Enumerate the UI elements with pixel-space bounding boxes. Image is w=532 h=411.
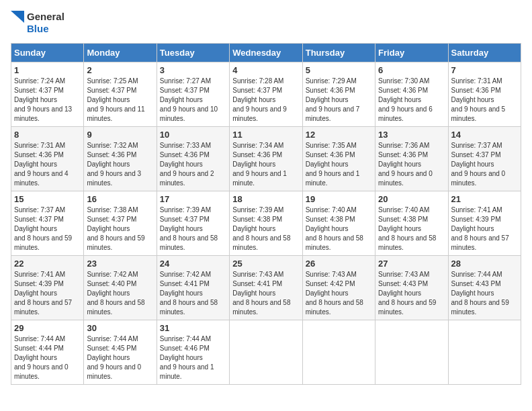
calendar-cell: 31 Sunrise: 7:44 AMSunset: 4:46 PMDaylig… — [157, 320, 229, 385]
day-detail: Sunrise: 7:28 AMSunset: 4:37 PMDaylight … — [232, 77, 287, 122]
calendar-body: 1 Sunrise: 7:24 AMSunset: 4:37 PMDayligh… — [11, 62, 521, 385]
calendar-week-row: 29 Sunrise: 7:44 AMSunset: 4:44 PMDaylig… — [11, 320, 521, 385]
calendar-table: SundayMondayTuesdayWednesdayThursdayFrid… — [11, 43, 521, 385]
calendar-cell: 11 Sunrise: 7:34 AMSunset: 4:36 PMDaylig… — [230, 127, 302, 191]
logo-triangle-icon — [11, 11, 24, 35]
calendar-day-header: Wednesday — [230, 44, 302, 62]
calendar-day-header: Saturday — [448, 44, 521, 62]
day-detail: Sunrise: 7:44 AMSunset: 4:45 PMDaylight … — [87, 335, 141, 380]
header: General Blue — [11, 11, 521, 35]
day-detail: Sunrise: 7:38 AMSunset: 4:37 PMDaylight … — [87, 206, 144, 251]
day-detail: Sunrise: 7:39 AMSunset: 4:37 PMDaylight … — [160, 206, 218, 251]
day-number: 11 — [232, 130, 299, 140]
calendar-cell: 24 Sunrise: 7:42 AMSunset: 4:41 PMDaylig… — [157, 256, 229, 320]
calendar-cell — [375, 320, 448, 385]
calendar-week-row: 22 Sunrise: 7:41 AMSunset: 4:39 PMDaylig… — [11, 256, 521, 320]
calendar-cell: 18 Sunrise: 7:39 AMSunset: 4:38 PMDaylig… — [230, 191, 302, 256]
day-detail: Sunrise: 7:43 AMSunset: 4:42 PMDaylight … — [306, 271, 363, 316]
calendar-cell: 9 Sunrise: 7:32 AMSunset: 4:36 PMDayligh… — [84, 127, 157, 191]
calendar-cell: 10 Sunrise: 7:33 AMSunset: 4:36 PMDaylig… — [157, 127, 229, 191]
calendar-cell: 28 Sunrise: 7:44 AMSunset: 4:43 PMDaylig… — [448, 256, 521, 320]
day-detail: Sunrise: 7:24 AMSunset: 4:37 PMDaylight … — [14, 77, 72, 122]
day-detail: Sunrise: 7:29 AMSunset: 4:36 PMDaylight … — [306, 77, 360, 122]
day-number: 29 — [14, 323, 81, 333]
calendar-header-row: SundayMondayTuesdayWednesdayThursdayFrid… — [11, 44, 521, 62]
day-detail: Sunrise: 7:25 AMSunset: 4:37 PMDaylight … — [87, 77, 144, 122]
calendar-cell: 1 Sunrise: 7:24 AMSunset: 4:37 PMDayligh… — [11, 62, 84, 127]
day-number: 17 — [160, 194, 226, 204]
day-detail: Sunrise: 7:43 AMSunset: 4:41 PMDaylight … — [232, 271, 290, 316]
day-detail: Sunrise: 7:44 AMSunset: 4:43 PMDaylight … — [451, 271, 509, 316]
day-detail: Sunrise: 7:41 AMSunset: 4:39 PMDaylight … — [451, 206, 509, 251]
calendar-cell: 3 Sunrise: 7:27 AMSunset: 4:37 PMDayligh… — [157, 62, 229, 127]
day-detail: Sunrise: 7:44 AMSunset: 4:46 PMDaylight … — [160, 335, 214, 380]
day-number: 9 — [87, 130, 153, 140]
calendar-cell: 19 Sunrise: 7:40 AMSunset: 4:38 PMDaylig… — [302, 191, 375, 256]
day-number: 21 — [451, 194, 518, 204]
day-number: 20 — [378, 194, 445, 204]
calendar-cell: 5 Sunrise: 7:29 AMSunset: 4:36 PMDayligh… — [302, 62, 375, 127]
calendar-cell: 6 Sunrise: 7:30 AMSunset: 4:36 PMDayligh… — [375, 62, 448, 127]
day-detail: Sunrise: 7:35 AMSunset: 4:36 PMDaylight … — [306, 142, 360, 187]
day-detail: Sunrise: 7:30 AMSunset: 4:36 PMDaylight … — [378, 77, 433, 122]
calendar-cell — [302, 320, 375, 385]
day-number: 7 — [451, 65, 518, 75]
calendar-cell: 7 Sunrise: 7:31 AMSunset: 4:36 PMDayligh… — [448, 62, 521, 127]
calendar-cell: 12 Sunrise: 7:35 AMSunset: 4:36 PMDaylig… — [302, 127, 375, 191]
day-detail: Sunrise: 7:37 AMSunset: 4:37 PMDaylight … — [451, 142, 506, 187]
calendar-cell: 17 Sunrise: 7:39 AMSunset: 4:37 PMDaylig… — [157, 191, 229, 256]
calendar-week-row: 15 Sunrise: 7:37 AMSunset: 4:37 PMDaylig… — [11, 191, 521, 256]
day-number: 5 — [306, 65, 372, 75]
calendar-day-header: Friday — [375, 44, 448, 62]
day-detail: Sunrise: 7:31 AMSunset: 4:36 PMDaylight … — [451, 77, 506, 122]
day-number: 25 — [232, 259, 299, 269]
day-number: 30 — [87, 323, 153, 333]
day-number: 27 — [378, 259, 445, 269]
calendar-cell: 29 Sunrise: 7:44 AMSunset: 4:44 PMDaylig… — [11, 320, 84, 385]
logo-blue-text: Blue — [27, 23, 49, 34]
calendar-week-row: 1 Sunrise: 7:24 AMSunset: 4:37 PMDayligh… — [11, 62, 521, 127]
day-number: 14 — [451, 130, 518, 140]
day-number: 26 — [306, 259, 372, 269]
day-number: 4 — [232, 65, 299, 75]
calendar-cell: 15 Sunrise: 7:37 AMSunset: 4:37 PMDaylig… — [11, 191, 84, 256]
calendar-cell: 25 Sunrise: 7:43 AMSunset: 4:41 PMDaylig… — [230, 256, 302, 320]
day-detail: Sunrise: 7:33 AMSunset: 4:36 PMDaylight … — [160, 142, 214, 187]
day-number: 12 — [306, 130, 372, 140]
day-number: 31 — [160, 323, 226, 333]
calendar-cell: 21 Sunrise: 7:41 AMSunset: 4:39 PMDaylig… — [448, 191, 521, 256]
day-detail: Sunrise: 7:36 AMSunset: 4:36 PMDaylight … — [378, 142, 433, 187]
day-detail: Sunrise: 7:40 AMSunset: 4:38 PMDaylight … — [306, 206, 363, 251]
day-detail: Sunrise: 7:37 AMSunset: 4:37 PMDaylight … — [14, 206, 72, 251]
day-detail: Sunrise: 7:43 AMSunset: 4:43 PMDaylight … — [378, 271, 436, 316]
day-number: 3 — [160, 65, 226, 75]
day-detail: Sunrise: 7:41 AMSunset: 4:39 PMDaylight … — [14, 271, 72, 316]
calendar-cell: 14 Sunrise: 7:37 AMSunset: 4:37 PMDaylig… — [448, 127, 521, 191]
calendar-cell: 16 Sunrise: 7:38 AMSunset: 4:37 PMDaylig… — [84, 191, 157, 256]
day-detail: Sunrise: 7:44 AMSunset: 4:44 PMDaylight … — [14, 335, 69, 380]
calendar-cell: 13 Sunrise: 7:36 AMSunset: 4:36 PMDaylig… — [375, 127, 448, 191]
calendar-cell: 20 Sunrise: 7:40 AMSunset: 4:38 PMDaylig… — [375, 191, 448, 256]
day-number: 8 — [14, 130, 81, 140]
calendar-cell — [230, 320, 302, 385]
calendar-cell: 4 Sunrise: 7:28 AMSunset: 4:37 PMDayligh… — [230, 62, 302, 127]
day-number: 6 — [378, 65, 445, 75]
calendar-cell: 22 Sunrise: 7:41 AMSunset: 4:39 PMDaylig… — [11, 256, 84, 320]
calendar-cell: 8 Sunrise: 7:31 AMSunset: 4:36 PMDayligh… — [11, 127, 84, 191]
day-detail: Sunrise: 7:32 AMSunset: 4:36 PMDaylight … — [87, 142, 141, 187]
day-number: 13 — [378, 130, 445, 140]
day-number: 19 — [306, 194, 372, 204]
day-number: 23 — [87, 259, 153, 269]
day-number: 15 — [14, 194, 81, 204]
logo-general-text: General — [27, 11, 64, 22]
day-number: 2 — [87, 65, 153, 75]
day-detail: Sunrise: 7:34 AMSunset: 4:36 PMDaylight … — [232, 142, 287, 187]
logo: General Blue — [11, 11, 64, 35]
day-number: 28 — [451, 259, 518, 269]
calendar-day-header: Sunday — [11, 44, 84, 62]
svg-marker-0 — [11, 11, 24, 23]
day-detail: Sunrise: 7:42 AMSunset: 4:41 PMDaylight … — [160, 271, 218, 316]
day-number: 22 — [14, 259, 81, 269]
day-number: 16 — [87, 194, 153, 204]
calendar-cell: 30 Sunrise: 7:44 AMSunset: 4:45 PMDaylig… — [84, 320, 157, 385]
